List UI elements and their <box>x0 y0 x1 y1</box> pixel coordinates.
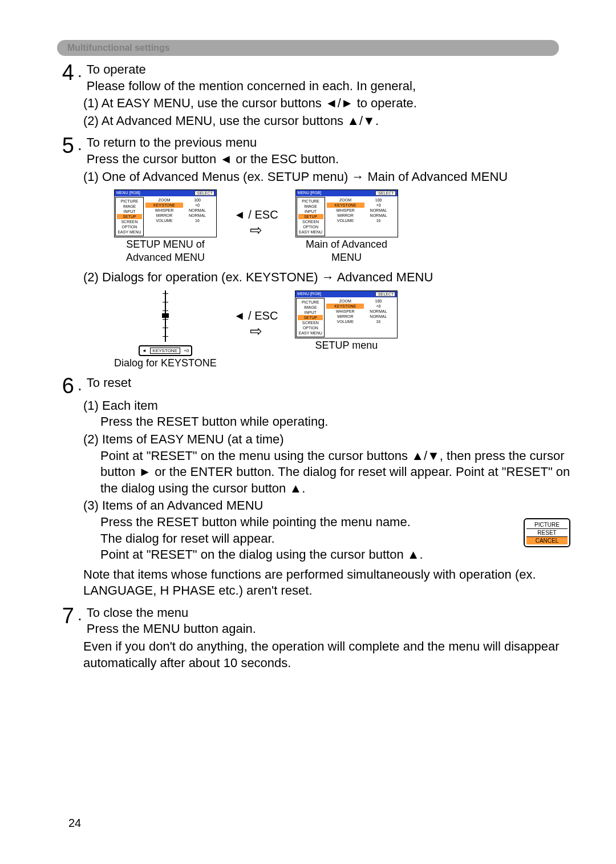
menu-item: PICTURE <box>298 300 323 305</box>
menu-body: PICTURE IMAGE INPUT SETUP SCREEN OPTION … <box>296 196 398 237</box>
step-dot: . <box>78 62 82 82</box>
page-number: 24 <box>68 817 81 830</box>
reset-dialog-item: PICTURE <box>526 521 568 529</box>
step-content: To reset <box>87 375 570 391</box>
step-dot: . <box>78 375 82 395</box>
menu-val: VOLUME <box>327 218 364 223</box>
menu-val: 100 <box>366 298 390 304</box>
menu-title: MENU [RGB] <box>116 191 140 196</box>
step-number: 7 <box>57 605 74 627</box>
step-4: 4 . To operate Please follow of the ment… <box>57 62 570 94</box>
step-5: 5 . To return to the previous menu Press… <box>57 135 570 167</box>
step-number: 4 <box>57 62 74 83</box>
step-content: To return to the previous menu Press the… <box>87 135 570 167</box>
item-heading: (1) Each item <box>83 398 570 414</box>
menu-select: :SELECT <box>194 191 214 196</box>
menu-val: +0 <box>185 203 209 208</box>
menu-item: SCREEN <box>298 219 323 224</box>
reset-dialog-cancel: CANCEL <box>526 537 568 544</box>
menu-val: MIRROR <box>145 213 183 218</box>
menu-val: WHISPER <box>327 208 364 213</box>
arrow-label: ◄ / ESC <box>234 208 278 221</box>
menu-val: +0 <box>366 304 390 309</box>
menu-box: MENU [RGB] :SELECT PICTURE IMAGE INPUT S… <box>295 290 398 338</box>
diagram-caption: SETUP MENU of <box>114 239 217 251</box>
step-6: 6 . To reset <box>57 375 570 397</box>
menu-title: MENU [RGB] <box>298 191 322 196</box>
menu-val: NORMAL <box>185 213 209 218</box>
menu-val: VOLUME <box>326 319 364 324</box>
menu-val: 16 <box>185 218 209 223</box>
step-dot: . <box>78 135 82 155</box>
left-arrow-icon: ◄ <box>142 348 147 353</box>
arrow-label: ◄ / ESC <box>234 309 278 322</box>
step-line: (2) At Advanced MENU, use the cursor but… <box>83 113 570 130</box>
item-body: The dialog for reset will appear. <box>100 531 570 547</box>
diagram-caption: Advanced MENU <box>114 252 217 264</box>
menu-item: EASY MENU <box>117 229 142 235</box>
menu-diagram-right: MENU [RGB] :SELECT PICTURE IMAGE INPUT S… <box>295 290 398 352</box>
reset-dialog: PICTURE RESET CANCEL <box>524 518 570 547</box>
step-line: (2) Dialogs for operation (ex. KEYSTONE)… <box>83 269 570 286</box>
step-7: 7 . To close the menu Press the MENU but… <box>57 605 570 637</box>
diagram-row-1: MENU [RGB] :SELECT PICTURE IMAGE INPUT S… <box>114 189 570 264</box>
menu-val: WHISPER <box>326 309 364 314</box>
menu-body: PICTURE IMAGE INPUT SETUP SCREEN OPTION … <box>115 196 216 237</box>
keystone-dialog: ◄ KEYSTONE +0 <box>123 290 208 356</box>
menu-val: 16 <box>367 218 391 223</box>
keystone-dialog-col: ◄ KEYSTONE +0 Dialog for KEYSTONE <box>114 290 217 369</box>
menu-val: MIRROR <box>327 213 364 218</box>
menu-item-highlighted: SETUP <box>298 315 323 320</box>
menu-item: IMAGE <box>298 305 323 310</box>
menu-val: 100 <box>367 197 391 203</box>
menu-val: 16 <box>366 319 390 324</box>
menu-body: PICTURE IMAGE INPUT SETUP SCREEN OPTION … <box>295 297 397 338</box>
note-text: Note that items whose functions are perf… <box>83 567 570 599</box>
menu-right-col: 100 +0 NORMAL NORMAL 16 <box>365 297 391 338</box>
menu-item: PICTURE <box>298 199 323 204</box>
slider-thumb <box>162 313 169 318</box>
section-title: Multifunctional settings <box>67 43 170 53</box>
keystone-slider <box>157 290 174 342</box>
keystone-label-box: ◄ KEYSTONE +0 <box>123 344 208 356</box>
right-arrow-icon: ⇨ <box>250 221 262 239</box>
menu-right-col: 100 +0 NORMAL NORMAL 16 <box>184 196 210 237</box>
menu-val: +0 <box>367 203 391 208</box>
item-body: Point at "RESET" on the dialog using the… <box>100 547 570 563</box>
menu-item: EASY MENU <box>298 229 323 235</box>
menu-item: IMAGE <box>117 204 142 209</box>
menu-val-highlighted: KEYSTONE <box>327 203 364 208</box>
menu-title: MENU [RGB] <box>297 292 321 297</box>
menu-val: NORMAL <box>185 208 209 213</box>
step-line: (1) One of Advanced Menus (ex. SETUP men… <box>83 169 570 185</box>
menu-item: INPUT <box>298 209 323 214</box>
menu-val-highlighted: KEYSTONE <box>145 203 183 208</box>
menu-val: NORMAL <box>367 208 391 213</box>
menu-mid-col: ZOOM KEYSTONE WHISPER MIRROR VOLUME <box>325 297 365 338</box>
menu-val: ZOOM <box>326 298 364 304</box>
item-heading: (2) Items of EASY MENU (at a time) <box>83 431 570 448</box>
menu-title-bar: MENU [RGB] :SELECT <box>295 291 397 297</box>
menu-item: OPTION <box>117 224 142 229</box>
menu-val: VOLUME <box>145 218 183 223</box>
menu-item: INPUT <box>298 310 323 315</box>
menu-val-highlighted: KEYSTONE <box>326 304 364 309</box>
menu-val: NORMAL <box>367 213 391 218</box>
menu-diagram-right: MENU [RGB] :SELECT PICTURE IMAGE INPUT S… <box>295 189 398 264</box>
menu-val: ZOOM <box>327 197 364 203</box>
diagram-caption: SETUP menu <box>295 340 398 352</box>
menu-val: NORMAL <box>366 309 390 314</box>
menu-val: WHISPER <box>145 208 183 213</box>
menu-diagram-left: MENU [RGB] :SELECT PICTURE IMAGE INPUT S… <box>114 189 217 264</box>
menu-select: :SELECT <box>375 292 395 297</box>
menu-mid-col: ZOOM KEYSTONE WHISPER MIRROR VOLUME <box>144 196 184 237</box>
menu-item-highlighted: SETUP <box>298 214 323 219</box>
right-arrow-icon: ⇨ <box>250 322 262 340</box>
menu-mid-col: ZOOM KEYSTONE WHISPER MIRROR VOLUME <box>326 196 366 237</box>
reset-dialog-item: RESET <box>526 529 568 537</box>
menu-box: MENU [RGB] :SELECT PICTURE IMAGE INPUT S… <box>295 189 398 237</box>
menu-item: IMAGE <box>298 204 323 209</box>
step-line: Press the cursor button ◄ or the ESC but… <box>87 151 570 168</box>
diagram-caption: Dialog for KEYSTONE <box>114 357 217 369</box>
step-dot: . <box>78 605 82 625</box>
